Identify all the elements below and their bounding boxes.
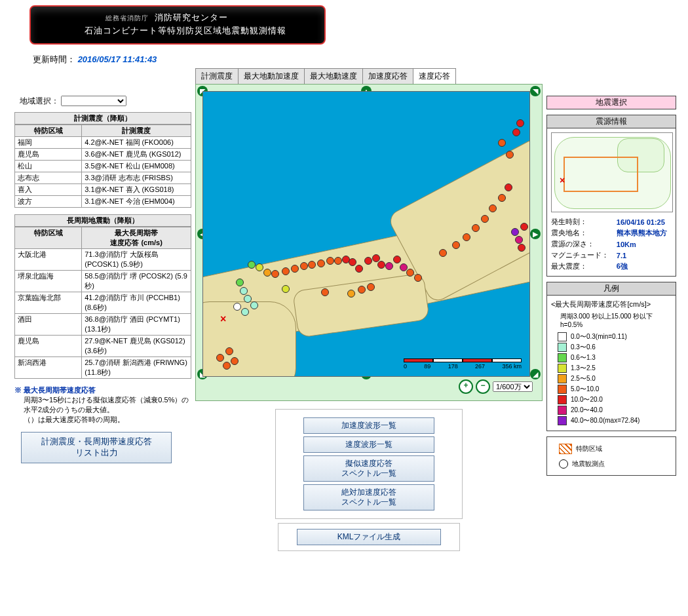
station-marker[interactable] <box>512 128 520 136</box>
station-marker[interactable] <box>233 303 241 311</box>
station-marker[interactable] <box>349 258 356 266</box>
station-marker[interactable] <box>216 354 224 362</box>
table-row[interactable]: 志布志3.3@消研 志布志 (FRISBS) <box>15 172 191 184</box>
station-marker[interactable] <box>326 257 334 265</box>
output-button-stack: 加速度波形一覧速度波形一覧擬似速度応答 スペクトル一覧絶対加速度応答 スペクトル… <box>275 409 463 519</box>
org-main: 消防研究センター <box>155 12 228 22</box>
overview-map[interactable]: × <box>551 132 673 212</box>
station-marker[interactable] <box>489 204 497 212</box>
legend-item: 0.6〜1.3 <box>558 353 672 362</box>
table-row[interactable]: 酒田36.8@消防庁 酒田 (PCYMT1) (13.1秒) <box>15 314 191 336</box>
output-button-1[interactable]: 速度波形一覧 <box>303 436 434 453</box>
station-marker[interactable] <box>282 285 290 293</box>
station-marker[interactable] <box>308 261 316 269</box>
station-marker[interactable] <box>393 256 401 263</box>
table-row[interactable]: 松山3.5@K-NET 松山 (EHM008) <box>15 161 191 172</box>
station-marker[interactable] <box>452 241 460 249</box>
table-row[interactable]: 鹿児島27.9@K-NET 鹿児島 (KGS012) (3.6秒) <box>15 336 191 357</box>
tab-row: 計測震度最大地動加速度最大地動速度加速度応答速度応答 <box>195 68 543 84</box>
zoom-scale-select[interactable]: 1/600万 <box>493 381 533 392</box>
station-marker[interactable] <box>367 283 375 291</box>
zoom-in-button[interactable]: + <box>459 379 473 394</box>
station-marker[interactable] <box>250 301 258 309</box>
pan-se-button[interactable]: ◢ <box>530 369 541 379</box>
tab-3[interactable]: 加速度応答 <box>362 68 413 84</box>
table-row[interactable]: 堺泉北臨海58.5@消防庁 堺 (PCOSK2) (5.9秒) <box>15 271 191 292</box>
station-marker[interactable] <box>481 215 489 223</box>
station-marker[interactable] <box>321 288 329 296</box>
station-marker[interactable] <box>334 257 342 265</box>
station-marker[interactable] <box>300 262 308 270</box>
pan-ne-button[interactable]: ◥ <box>530 86 541 96</box>
station-marker[interactable] <box>364 257 372 265</box>
station-marker[interactable] <box>498 139 506 147</box>
zoom-out-button[interactable]: − <box>476 379 490 394</box>
table-row[interactable]: 大阪北港71.3@消防庁 大阪桜島 (PCOSK1) (5.9秒) <box>15 249 191 271</box>
list-output-button[interactable]: 計測震度・長周期帯速度応答 リスト出力 <box>21 432 172 463</box>
station-marker[interactable] <box>240 287 248 295</box>
station-marker[interactable] <box>414 274 422 282</box>
station-marker[interactable] <box>223 362 231 370</box>
table-row[interactable]: 新潟西港25.7@消研 新潟西港 (FRIWNG) (11.8秒) <box>15 357 191 379</box>
station-marker-icon <box>559 459 568 469</box>
station-marker[interactable] <box>498 194 506 202</box>
table-row[interactable]: 鹿児島3.6@K-NET 鹿児島 (KGS012) <box>15 149 191 161</box>
legend-sub: 周期3.000 秒以上15.000 秒以下 h=0.5% <box>560 312 672 328</box>
tab-4[interactable]: 速度応答 <box>413 68 456 84</box>
station-marker[interactable] <box>511 228 519 236</box>
station-marker[interactable] <box>256 263 263 271</box>
earthquake-select-button[interactable]: 地震選択 <box>546 96 676 109</box>
station-marker[interactable] <box>231 357 239 365</box>
station-marker[interactable] <box>515 236 523 244</box>
station-marker[interactable] <box>355 265 363 273</box>
station-marker[interactable] <box>225 347 233 355</box>
station-marker[interactable] <box>241 308 249 316</box>
station-marker[interactable] <box>244 295 252 303</box>
intensity-table: 計測震度（降順） 特防区域 計測震度 福岡4.2@K-NET 福岡 (FKO00… <box>14 112 191 208</box>
station-marker[interactable] <box>282 267 290 275</box>
legend-item: 5.0〜10.0 <box>558 385 672 394</box>
station-marker[interactable] <box>472 224 480 232</box>
station-marker[interactable] <box>385 262 393 270</box>
header-subtitle: 石油コンビナート等特別防災区域地震動観測情報 <box>40 25 315 37</box>
table-row[interactable]: 波方3.1@K-NET 今治 (EHM004) <box>15 196 191 208</box>
station-marker[interactable] <box>263 269 271 277</box>
table-row[interactable]: 京葉臨海北部41.2@消防庁 市川 (PCCHB1) (8.6秒) <box>15 292 191 314</box>
output-button-2[interactable]: 擬似速度応答 スペクトル一覧 <box>303 455 434 482</box>
table-row[interactable]: 喜入3.1@K-NET 喜入 (KGS018) <box>15 184 191 196</box>
lpgm-col2: 最大長周期帯 速度応答 (cm/s) <box>82 227 191 249</box>
station-marker[interactable] <box>406 269 414 277</box>
main-map[interactable]: × 0 89 178 267 356 km <box>202 91 530 377</box>
update-time: 2016/05/17 11:41:43 <box>78 54 157 64</box>
scale-bar: 0 89 178 267 356 km <box>404 358 522 370</box>
station-marker[interactable] <box>248 261 256 269</box>
station-marker[interactable] <box>520 223 528 231</box>
station-marker[interactable] <box>516 119 524 127</box>
station-marker[interactable] <box>505 183 512 191</box>
marker-legend: 特防区域 地震観測点 <box>546 436 676 476</box>
station-marker[interactable] <box>463 233 470 241</box>
station-marker[interactable] <box>439 249 447 257</box>
mini-epicenter-icon: × <box>560 175 565 185</box>
station-marker[interactable] <box>236 279 244 286</box>
station-marker[interactable] <box>347 290 355 298</box>
tab-0[interactable]: 計測震度 <box>195 68 239 84</box>
pan-e-button[interactable]: ▶ <box>530 229 541 239</box>
station-marker[interactable] <box>358 286 366 294</box>
station-marker[interactable] <box>271 270 279 278</box>
kml-generate-button[interactable]: KMLファイル生成 <box>297 529 441 545</box>
output-button-0[interactable]: 加速度波形一覧 <box>303 417 434 434</box>
station-marker[interactable] <box>317 260 325 267</box>
table-row[interactable]: 福岡4.2@K-NET 福岡 (FKO006) <box>15 137 191 149</box>
station-marker[interactable] <box>291 265 299 273</box>
legend-item: 40.0〜80.0(max=72.84) <box>558 416 672 425</box>
scale-t2: 178 <box>448 363 458 370</box>
station-marker[interactable] <box>506 151 514 159</box>
tab-2[interactable]: 最大地動速度 <box>304 68 363 84</box>
station-marker[interactable] <box>518 244 526 252</box>
output-button-3[interactable]: 絶対加速度応答 スペクトル一覧 <box>303 484 434 510</box>
legend-item: 10.0〜20.0 <box>558 395 672 404</box>
region-select[interactable] <box>61 96 126 106</box>
tab-1[interactable]: 最大地動加速度 <box>238 68 305 84</box>
station-marker[interactable] <box>377 261 385 269</box>
